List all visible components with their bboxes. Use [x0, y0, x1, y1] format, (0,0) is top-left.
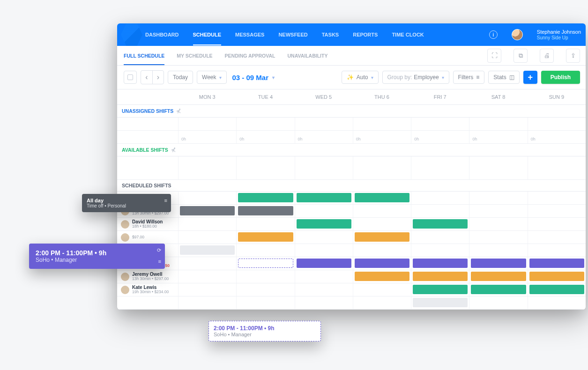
- calendar-cell[interactable]: [528, 283, 586, 296]
- calendar-cell[interactable]: [236, 244, 294, 257]
- shift-block[interactable]: [355, 259, 409, 268]
- calendar-cell[interactable]: [236, 270, 294, 283]
- period-picker[interactable]: Week ▾: [197, 71, 226, 84]
- calendar-cell[interactable]: [411, 218, 469, 230]
- shift-block[interactable]: [238, 206, 293, 215]
- calendar-cell[interactable]: [236, 205, 294, 217]
- shift-block[interactable]: [297, 193, 351, 202]
- calendar-cell[interactable]: [469, 257, 527, 270]
- shift-block[interactable]: [471, 259, 526, 268]
- nav-time-clock[interactable]: Time Clock: [392, 32, 424, 37]
- shift-block[interactable]: [180, 245, 235, 255]
- calendar-cell[interactable]: [178, 283, 236, 296]
- calendar-cell[interactable]: [178, 244, 236, 257]
- publish-button[interactable]: Publish: [541, 71, 580, 84]
- auto-fill[interactable]: ✨ Auto ▾: [342, 71, 379, 84]
- nav-messages[interactable]: Messages: [235, 32, 264, 37]
- calendar-cell[interactable]: [411, 205, 469, 217]
- calendar-cell[interactable]: [178, 257, 236, 270]
- calendar-cell[interactable]: [236, 231, 294, 244]
- calendar-cell[interactable]: [295, 244, 353, 257]
- calendar-cell[interactable]: [295, 283, 353, 296]
- calendar-cell[interactable]: [411, 283, 469, 296]
- calendar-cell[interactable]: [353, 218, 411, 230]
- calendar-cell[interactable]: [178, 205, 236, 217]
- help-icon[interactable]: i: [489, 30, 498, 39]
- group-by[interactable]: Group by: Employee ▾: [382, 71, 449, 84]
- employee-cell[interactable]: Jeremy Owell13h 30min • $297.00: [117, 270, 178, 283]
- employee-cell[interactable]: David Willson18h • $180.00: [117, 218, 178, 230]
- prev-period[interactable]: ‹: [141, 71, 152, 84]
- calendar-cell[interactable]: [353, 244, 411, 257]
- copy-icon[interactable]: ⧉: [514, 49, 528, 63]
- calendar-cell[interactable]: [469, 231, 527, 244]
- add-shift-button[interactable]: +: [523, 71, 537, 84]
- calendar-cell[interactable]: [295, 218, 353, 230]
- export-icon[interactable]: ⇪: [566, 49, 580, 63]
- calendar-cell[interactable]: [411, 270, 469, 283]
- stats-button[interactable]: Stats ◫: [488, 71, 519, 84]
- calendar-cell[interactable]: [469, 218, 527, 230]
- pin-icon[interactable]: ⊀: [176, 108, 181, 114]
- shift-block[interactable]: [529, 285, 584, 294]
- calendar-cell[interactable]: [528, 218, 586, 230]
- tab-full-schedule[interactable]: Full Schedule: [124, 53, 164, 59]
- shift-block[interactable]: [413, 219, 468, 229]
- nav-schedule[interactable]: Schedule: [193, 32, 222, 37]
- calendar-cell[interactable]: [178, 218, 236, 230]
- shift-block[interactable]: [355, 193, 409, 202]
- employee-cell[interactable]: $97.00: [117, 231, 178, 244]
- calendar-cell[interactable]: [469, 270, 527, 283]
- pin-icon[interactable]: ⊀: [171, 147, 176, 153]
- fullscreen-icon[interactable]: ⛶: [487, 49, 501, 63]
- shift-block[interactable]: [355, 272, 409, 281]
- shift-block[interactable]: [297, 259, 351, 268]
- calendar-cell[interactable]: [178, 231, 236, 244]
- calendar-cell[interactable]: [353, 270, 411, 283]
- print-icon[interactable]: 🖨: [540, 49, 554, 63]
- shift-block[interactable]: [238, 193, 293, 202]
- employee-cell[interactable]: Kate Lewis19h 30min • $234.00: [117, 283, 178, 296]
- calendar-cell[interactable]: [353, 231, 411, 244]
- shift-block[interactable]: [413, 285, 468, 294]
- calendar-cell[interactable]: [353, 205, 411, 217]
- calendar-cell[interactable]: [236, 218, 294, 230]
- nav-reports[interactable]: Reports: [353, 32, 378, 37]
- calendar-cell[interactable]: [295, 257, 353, 270]
- calendar-cell[interactable]: [411, 257, 469, 270]
- shift-block[interactable]: [471, 272, 526, 281]
- today-button[interactable]: Today: [168, 71, 193, 84]
- shift-block[interactable]: [413, 298, 468, 307]
- tab-pending-approval[interactable]: Pending Approval: [225, 53, 275, 59]
- shift-popover[interactable]: ⟳ ≡ 2:00 PM - 11:00PM • 9h SoHo • Manage…: [29, 244, 165, 269]
- calendar-cell[interactable]: [295, 205, 353, 217]
- date-range[interactable]: 03 - 09 Mar ▾: [232, 74, 275, 81]
- calendar-cell[interactable]: [236, 257, 294, 270]
- calendar-cell[interactable]: [528, 231, 586, 244]
- calendar-cell[interactable]: [528, 244, 586, 257]
- shift-block[interactable]: [238, 259, 293, 268]
- checkbox-all[interactable]: [124, 71, 137, 84]
- tab-unavailability[interactable]: Unavailability: [287, 53, 327, 59]
- calendar-cell[interactable]: [528, 257, 586, 270]
- shift-block[interactable]: [355, 232, 409, 242]
- next-period[interactable]: ›: [152, 71, 164, 84]
- avatar[interactable]: [512, 29, 523, 40]
- shift-block[interactable]: [180, 206, 235, 215]
- nav-newsfeed[interactable]: Newsfeed: [278, 32, 307, 37]
- shift-block[interactable]: [297, 219, 351, 229]
- shift-block[interactable]: [529, 259, 584, 268]
- calendar-cell[interactable]: [411, 244, 469, 257]
- shift-block[interactable]: [413, 272, 468, 281]
- nav-tasks[interactable]: Tasks: [322, 32, 339, 37]
- shift-block[interactable]: [413, 259, 468, 268]
- calendar-cell[interactable]: [528, 270, 586, 283]
- calendar-cell[interactable]: [178, 270, 236, 283]
- filters-button[interactable]: Filters ≡: [453, 71, 485, 84]
- ghost-shift-card[interactable]: 2:00 PM - 11:00PM • 9h SoHo • Manager: [208, 321, 321, 341]
- user-menu[interactable]: Stephanie Johnson Sunny Side Up: [537, 29, 581, 40]
- shift-block[interactable]: [529, 272, 584, 281]
- calendar-cell[interactable]: [469, 205, 527, 217]
- shift-block[interactable]: [238, 232, 293, 242]
- nav-dashboard[interactable]: Dashboard: [145, 32, 179, 37]
